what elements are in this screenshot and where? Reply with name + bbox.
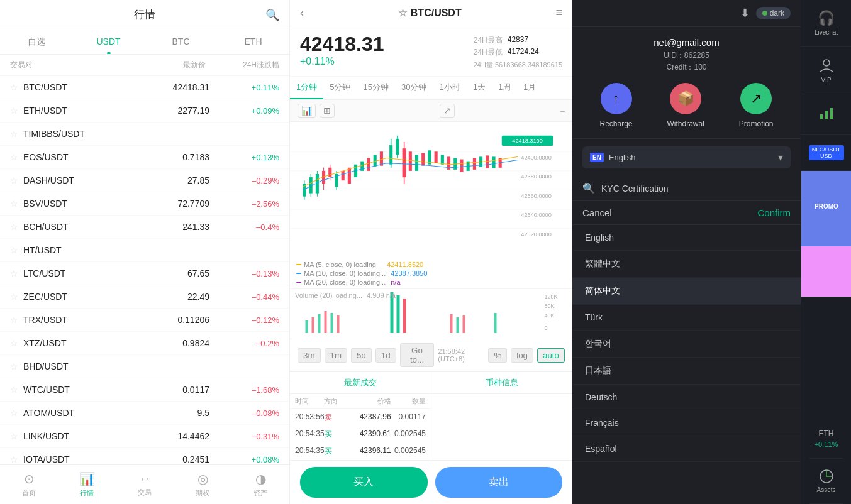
stats-item[interactable] (801, 94, 851, 135)
tab-eth[interactable]: ETH (217, 30, 289, 54)
star-icon[interactable]: ☆ (10, 408, 18, 418)
1m-btn[interactable]: 1m (325, 348, 348, 363)
download-icon[interactable]: ⬇ (740, 6, 750, 20)
goto-btn[interactable]: Go to... (400, 343, 435, 367)
timeframe-1月[interactable]: 1月 (517, 77, 542, 99)
sell-button[interactable]: 卖出 (435, 467, 563, 498)
withdrawal-button[interactable]: 📦 Withdrawal (667, 83, 704, 128)
list-item[interactable]: ☆ BTC/USDT 42418.31 +0.11% (0, 76, 289, 99)
high-label: 24H最高 (474, 35, 503, 46)
star-icon[interactable]: ☆ (10, 292, 18, 302)
star-icon[interactable]: ☆ (10, 199, 18, 209)
list-item[interactable]: ☆ TIMIBBS/USDT (0, 123, 289, 146)
indicator-btn[interactable]: ⊞ (320, 104, 335, 118)
timeframe-1小时[interactable]: 1小时 (433, 77, 466, 99)
nav-item-交易[interactable]: ↔交易 (116, 469, 174, 500)
lang-option-Español[interactable]: Español (572, 436, 801, 462)
svg-rect-46 (473, 158, 476, 169)
timeframe-15分钟[interactable]: 15分钟 (357, 77, 394, 99)
timeframe-1天[interactable]: 1天 (467, 77, 492, 99)
promo-image-1[interactable]: PROMO (801, 171, 852, 246)
expand-btn[interactable]: ⤢ (440, 104, 455, 118)
promotion-button[interactable]: ↗ Promotion (739, 83, 774, 128)
back-button[interactable]: ‹ (300, 6, 304, 19)
auto-btn[interactable]: auto (537, 348, 565, 363)
list-item[interactable]: ☆ ETH/USDT 2277.19 +0.09% (0, 99, 289, 123)
minus-btn[interactable]: – (560, 106, 565, 116)
star-icon[interactable]: ☆ (10, 431, 18, 441)
star-icon[interactable]: ☆ (10, 82, 18, 92)
star-icon[interactable]: ☆ (10, 222, 18, 232)
tab-usdt[interactable]: USDT (72, 30, 145, 54)
star-icon[interactable]: ☆ (10, 454, 18, 464)
star-icon[interactable]: ☆ (10, 129, 18, 139)
list-item[interactable]: ☆ ZEC/USDT 22.49 –0.44% (0, 285, 289, 309)
nav-item-行情[interactable]: 📊行情 (58, 469, 116, 500)
kyc-row[interactable]: 🔍 KYC Certification (572, 176, 801, 201)
nfc-item[interactable]: NFC/USDT USD (801, 135, 851, 171)
chart-menu-icon[interactable]: ≡ (555, 6, 562, 19)
list-item[interactable]: ☆ LTC/USDT 67.65 –0.13% (0, 262, 289, 285)
star-icon[interactable]: ☆ (10, 338, 18, 348)
timeframe-5分钟[interactable]: 5分钟 (323, 77, 357, 99)
list-item[interactable]: ☆ BHD/USDT (0, 355, 289, 378)
star-icon[interactable]: ☆ (10, 106, 18, 116)
list-item[interactable]: ☆ LINK/USDT 14.4462 –0.31% (0, 425, 289, 448)
livechat-item[interactable]: 🎧 Livechat (801, 0, 851, 47)
list-item[interactable]: ☆ DASH/USDT 27.85 –0.29% (0, 169, 289, 192)
nav-label: 行情 (80, 488, 94, 498)
search-icon[interactable]: 🔍 (265, 8, 279, 22)
tab-btc[interactable]: BTC (145, 30, 217, 54)
list-item[interactable]: ☆ EOS/USDT 0.7183 +0.13% (0, 146, 289, 169)
timeframe-1分钟[interactable]: 1分钟 (290, 77, 323, 99)
star-icon[interactable]: ☆ (10, 361, 18, 371)
candlestick-btn[interactable]: 📊 (298, 104, 316, 118)
lang-option-Français[interactable]: Français (572, 410, 801, 436)
nav-item-资产[interactable]: ◑资产 (231, 469, 289, 500)
star-icon[interactable]: ☆ (398, 7, 407, 19)
1d-btn[interactable]: 1d (375, 348, 396, 363)
list-item[interactable]: ☆ TRX/USDT 0.11206 –0.12% (0, 309, 289, 332)
list-item[interactable]: ☆ ATOM/USDT 9.5 –0.08% (0, 402, 289, 425)
log-btn[interactable]: log (511, 348, 533, 363)
timeframe-30分钟[interactable]: 30分钟 (395, 77, 433, 99)
percent-btn[interactable]: % (488, 348, 507, 363)
cancel-button[interactable]: Cancel (582, 207, 612, 218)
5d-btn[interactable]: 5d (351, 348, 372, 363)
confirm-button[interactable]: Confirm (757, 207, 791, 218)
lang-option-繁體中文[interactable]: 繁體中文 (572, 251, 801, 278)
timeframe-1周[interactable]: 1周 (492, 77, 517, 99)
star-icon[interactable]: ☆ (10, 385, 18, 395)
promo-image-2[interactable] (801, 246, 852, 297)
lang-option-简体中文[interactable]: 简体中文 (572, 278, 801, 305)
list-item[interactable]: ☆ HT/USDT (0, 239, 289, 262)
star-icon[interactable]: ☆ (10, 175, 18, 185)
star-icon[interactable]: ☆ (10, 245, 18, 255)
lang-option-日本語[interactable]: 日本語 (572, 358, 801, 385)
recharge-button[interactable]: ↑ Recharge (599, 83, 632, 128)
lang-option-Deutsch[interactable]: Deutsch (572, 385, 801, 410)
list-item[interactable]: ☆ BCH/USDT 241.33 –0.4% (0, 216, 289, 239)
star-icon[interactable]: ☆ (10, 268, 18, 278)
assets-item[interactable]: Assets (809, 459, 843, 504)
list-item[interactable]: ☆ WTC/USDT 0.0117 –1.68% (0, 378, 289, 402)
eth-item[interactable]: ETH +0.11% (809, 419, 843, 459)
lang-option-English[interactable]: English (572, 225, 801, 251)
list-item[interactable]: ☆ IOTA/USDT 0.2451 +0.08% (0, 448, 289, 464)
vip-item[interactable]: VIP (801, 47, 851, 94)
buy-button[interactable]: 买入 (300, 467, 428, 498)
language-dropdown[interactable]: EN English ▾ (582, 146, 791, 168)
star-icon[interactable]: ☆ (10, 152, 18, 162)
pair-name: LTC/USDT (23, 268, 116, 278)
nav-item-期权[interactable]: ◎期权 (174, 469, 231, 500)
star-icon[interactable]: ☆ (10, 315, 18, 325)
lang-option-한국어[interactable]: 한국어 (572, 331, 801, 358)
nav-item-首页[interactable]: ⊙首页 (0, 469, 58, 500)
svg-rect-64 (397, 295, 400, 333)
tab-watchlist[interactable]: 自选 (0, 30, 72, 54)
dark-mode-badge[interactable]: dark (756, 7, 791, 19)
3m-btn[interactable]: 3m (298, 348, 321, 363)
list-item[interactable]: ☆ BSV/USDT 72.7709 –2.56% (0, 192, 289, 216)
lang-option-Türk[interactable]: Türk (572, 305, 801, 331)
list-item[interactable]: ☆ XTZ/USDT 0.9824 –0.2% (0, 332, 289, 355)
